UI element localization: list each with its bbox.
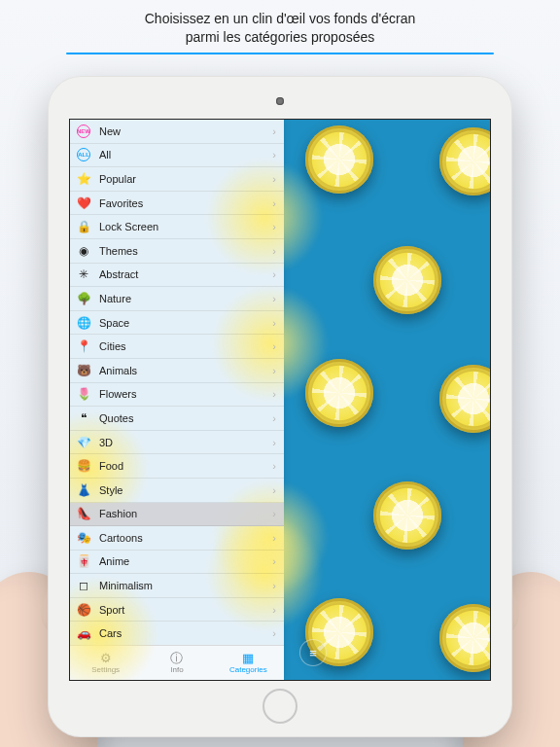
- chevron-right-icon: ›: [272, 508, 276, 519]
- category-label: Sport: [99, 604, 124, 616]
- category-label: Style: [99, 484, 122, 496]
- all-icon: ALL: [76, 147, 91, 162]
- category-label: All: [99, 149, 111, 160]
- category-label: Favorites: [99, 197, 143, 209]
- category-row-new[interactable]: NEWNew›: [70, 120, 284, 144]
- category-row-fashion[interactable]: 👠Fashion›: [70, 503, 284, 527]
- category-row-sport[interactable]: 🏀Sport›: [70, 598, 284, 622]
- category-row-nature[interactable]: 🌳Nature›: [70, 287, 284, 311]
- category-label: Abstract: [99, 268, 138, 280]
- tab-settings[interactable]: ⚙ Settings: [70, 646, 141, 680]
- anime-icon: 🀄: [76, 553, 91, 569]
- category-list[interactable]: NEWNew›ALLAll›⭐Popular›❤️Favorites›🔒Lock…: [70, 120, 284, 645]
- category-label: New: [99, 125, 121, 137]
- categories-sidebar: NEWNew›ALLAll›⭐Popular›❤️Favorites›🔒Lock…: [70, 120, 284, 680]
- category-label: Cities: [99, 340, 126, 352]
- chevron-right-icon: ›: [272, 245, 276, 257]
- chevron-right-icon: ›: [272, 532, 276, 544]
- lemon-slice-icon: [305, 359, 373, 427]
- gem-icon: 💎: [76, 435, 91, 450]
- promo-header: Choisissez en un clin d'œil vos fonds d'…: [0, 0, 560, 53]
- tab-label: Settings: [91, 665, 120, 674]
- category-row-food[interactable]: 🍔Food›: [70, 454, 284, 479]
- category-label: Minimalism: [99, 580, 153, 591]
- tree-icon: 🌳: [76, 291, 91, 306]
- category-row-favorites[interactable]: ❤️Favorites›: [70, 192, 284, 216]
- heart-icon: ❤️: [76, 196, 91, 211]
- new-icon: NEW: [76, 124, 91, 139]
- lemon-slice-icon: [373, 246, 441, 314]
- category-label: Themes: [99, 245, 138, 257]
- chevron-right-icon: ›: [272, 412, 276, 424]
- fashion-icon: 👠: [76, 506, 91, 521]
- themes-icon: ◉: [76, 243, 91, 259]
- min-icon: ◻: [76, 578, 91, 593]
- chevron-right-icon: ›: [272, 580, 276, 591]
- category-row-all[interactable]: ALLAll›: [70, 144, 284, 168]
- category-row-quotes[interactable]: ❝Quotes›: [70, 407, 284, 431]
- category-row-cartoons[interactable]: 🎭Cartoons›: [70, 526, 284, 551]
- category-row-abstract[interactable]: ✳Abstract›: [70, 264, 284, 288]
- chevron-right-icon: ›: [272, 197, 276, 209]
- category-label: Flowers: [99, 388, 137, 400]
- category-label: Space: [99, 317, 129, 329]
- tab-categories[interactable]: ▦ Categories: [213, 646, 284, 680]
- cartoon-icon: 🎭: [76, 530, 91, 546]
- tab-label: Categories: [229, 665, 267, 674]
- category-row-themes[interactable]: ◉Themes›: [70, 239, 284, 264]
- chevron-right-icon: ›: [272, 437, 276, 448]
- lemon-slice-icon: [305, 125, 373, 194]
- chevron-right-icon: ›: [272, 460, 276, 472]
- lemon-slice-icon: [439, 365, 491, 433]
- category-label: Lock Screen: [99, 221, 158, 232]
- chevron-right-icon: ›: [272, 149, 276, 160]
- category-label: Nature: [99, 293, 131, 304]
- category-label: Animals: [99, 365, 137, 376]
- category-row-space[interactable]: 🌐Space›: [70, 311, 284, 336]
- chevron-right-icon: ›: [272, 317, 276, 329]
- category-row-cars[interactable]: 🚗Cars›: [70, 622, 284, 645]
- category-label: Popular: [99, 173, 136, 185]
- quote-icon: ❝: [76, 410, 91, 426]
- food-icon: 🍔: [76, 458, 91, 474]
- app-screen: ≡ NEWNew›ALLAll›⭐Popular›❤️Favorites›🔒Lo…: [69, 119, 491, 681]
- category-label: 3D: [99, 437, 113, 448]
- chevron-right-icon: ›: [272, 365, 276, 376]
- abstract-icon: ✳: [76, 267, 91, 282]
- category-label: Anime: [99, 555, 129, 567]
- promo-line2: parmi les catégories proposées: [39, 28, 521, 47]
- chevron-right-icon: ›: [272, 604, 276, 616]
- category-row-cities[interactable]: 📍Cities›: [70, 335, 284, 359]
- burger-icon: ≡: [309, 646, 317, 660]
- category-row-flowers[interactable]: 🌷Flowers›: [70, 383, 284, 408]
- chevron-right-icon: ›: [272, 221, 276, 232]
- chevron-right-icon: ›: [272, 173, 276, 185]
- info-icon: ⓘ: [170, 652, 183, 664]
- tab-info[interactable]: ⓘ Info: [141, 646, 212, 680]
- category-row-anime[interactable]: 🀄Anime›: [70, 551, 284, 575]
- category-row-3d[interactable]: 💎3D›: [70, 431, 284, 455]
- menu-button[interactable]: ≡: [299, 639, 327, 666]
- category-row-minimalism[interactable]: ◻Minimalism›: [70, 574, 284, 598]
- style-icon: 👗: [76, 482, 91, 498]
- home-button[interactable]: [262, 689, 298, 724]
- category-label: Cartoons: [99, 532, 143, 544]
- category-label: Food: [99, 460, 123, 472]
- category-row-lock-screen[interactable]: 🔒Lock Screen›: [70, 215, 284, 239]
- chevron-right-icon: ›: [272, 293, 276, 304]
- gear-icon: ⚙: [100, 652, 112, 664]
- star-icon: ⭐: [76, 171, 91, 187]
- lock-icon: 🔒: [76, 219, 91, 234]
- car-icon: 🚗: [76, 625, 91, 641]
- chevron-right-icon: ›: [272, 627, 276, 639]
- chevron-right-icon: ›: [272, 484, 276, 496]
- grid-icon: ▦: [242, 652, 254, 664]
- category-row-animals[interactable]: 🐻Animals›: [70, 359, 284, 383]
- lemon-slice-icon: [373, 481, 441, 550]
- category-row-popular[interactable]: ⭐Popular›: [70, 167, 284, 192]
- category-row-style[interactable]: 👗Style›: [70, 479, 284, 503]
- pin-icon: 📍: [76, 338, 91, 354]
- tablet-camera: [276, 97, 284, 105]
- globe-icon: 🌐: [76, 315, 91, 331]
- sport-icon: 🏀: [76, 602, 91, 618]
